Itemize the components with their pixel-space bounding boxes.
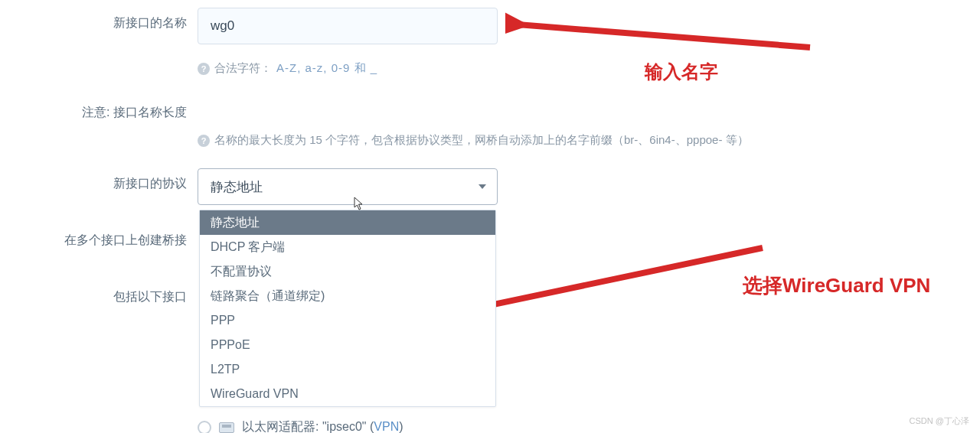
help-legal-prefix: 合法字符： — [214, 61, 272, 76]
protocol-option[interactable]: PPP — [200, 308, 495, 333]
row-protocol: 新接口的协议 静态地址 — [0, 168, 498, 205]
row-include: 包括以下接口 — [0, 288, 198, 305]
label-bridge: 在多个接口上创建桥接 — [0, 231, 198, 249]
row-notice: 注意: 接口名称长度 — [0, 105, 980, 121]
ethernet-icon — [219, 422, 234, 433]
interface-name-input[interactable] — [198, 8, 498, 44]
protocol-dropdown[interactable]: 静态地址 DHCP 客户端 不配置协议 链路聚合（通道绑定) PPP PPPoE… — [199, 210, 496, 407]
radio-icon[interactable] — [198, 421, 211, 434]
protocol-option[interactable]: 静态地址 — [200, 210, 495, 235]
protocol-option[interactable]: L2TP — [200, 357, 495, 382]
protocol-option[interactable]: DHCP 客户端 — [200, 235, 495, 259]
legal-chars-help: ? 合法字符： A-Z, a-z, 0-9 和 _ — [198, 61, 980, 76]
label-include: 包括以下接口 — [0, 288, 198, 305]
interface-list: 以太网适配器: "ipsec0" (VPN) 以太网适配器: "tun0" (v… — [198, 416, 403, 433]
annotation-label-2: 选择WireGuard VPN — [743, 272, 930, 299]
iface-paren: VPN — [374, 420, 399, 433]
help-icon: ? — [198, 135, 210, 147]
row-name: 新接口的名称 ? 合法字符： A-Z, a-z, 0-9 和 _ — [0, 8, 980, 76]
iface-text-b: ) — [399, 420, 403, 433]
chevron-down-icon — [479, 184, 486, 189]
protocol-option-wireguard[interactable]: WireGuard VPN — [200, 382, 495, 406]
watermark: CSDN @丁心泽 — [910, 415, 969, 427]
list-item[interactable]: 以太网适配器: "ipsec0" (VPN) — [198, 416, 403, 433]
protocol-option[interactable]: 链路聚合（通道绑定) — [200, 284, 495, 308]
iface-text-a: 以太网适配器: "ipsec0" ( — [242, 420, 374, 433]
label-protocol: 新接口的协议 — [0, 168, 198, 192]
help-maxlen: 名称的最大长度为 15 个字符，包含根据协议类型，网桥自动添加上的名字前缀（br… — [214, 133, 749, 148]
maxlen-help: ? 名称的最大长度为 15 个字符，包含根据协议类型，网桥自动添加上的名字前缀（… — [198, 133, 980, 148]
protocol-select[interactable]: 静态地址 — [198, 168, 498, 205]
row-bridge: 在多个接口上创建桥接 — [0, 231, 198, 249]
label-name: 新接口的名称 — [0, 8, 198, 31]
protocol-option[interactable]: 不配置协议 — [200, 259, 495, 284]
help-legal-chars: A-Z, a-z, 0-9 和 _ — [276, 61, 377, 76]
label-notice: 注意: 接口名称长度 — [0, 105, 198, 121]
protocol-option[interactable]: PPPoE — [200, 333, 495, 357]
protocol-selected-value: 静态地址 — [211, 178, 263, 196]
help-icon: ? — [198, 63, 210, 75]
